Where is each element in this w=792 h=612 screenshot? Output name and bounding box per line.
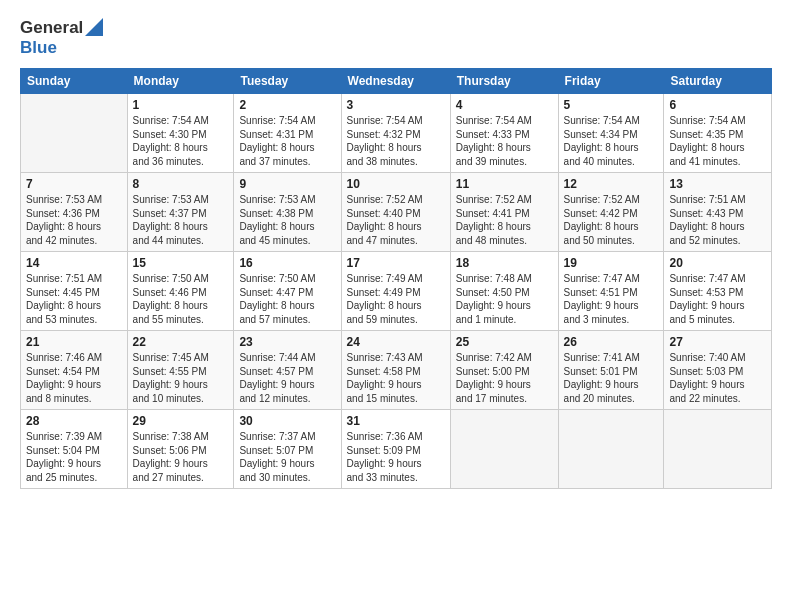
week-row-0: 1Sunrise: 7:54 AM Sunset: 4:30 PM Daylig… [21,94,772,173]
logo-triangle-icon [85,18,103,36]
day-info: Sunrise: 7:48 AM Sunset: 4:50 PM Dayligh… [456,272,553,326]
day-number: 25 [456,335,553,349]
day-number: 27 [669,335,766,349]
calendar-cell: 28Sunrise: 7:39 AM Sunset: 5:04 PM Dayli… [21,410,128,489]
week-row-4: 28Sunrise: 7:39 AM Sunset: 5:04 PM Dayli… [21,410,772,489]
calendar-cell: 19Sunrise: 7:47 AM Sunset: 4:51 PM Dayli… [558,252,664,331]
calendar-cell: 12Sunrise: 7:52 AM Sunset: 4:42 PM Dayli… [558,173,664,252]
day-number: 10 [347,177,445,191]
day-number: 15 [133,256,229,270]
week-row-3: 21Sunrise: 7:46 AM Sunset: 4:54 PM Dayli… [21,331,772,410]
day-number: 3 [347,98,445,112]
weekday-header-row: SundayMondayTuesdayWednesdayThursdayFrid… [21,69,772,94]
logo-general: General [20,18,83,38]
day-number: 20 [669,256,766,270]
calendar-cell: 25Sunrise: 7:42 AM Sunset: 5:00 PM Dayli… [450,331,558,410]
day-info: Sunrise: 7:52 AM Sunset: 4:42 PM Dayligh… [564,193,659,247]
day-info: Sunrise: 7:51 AM Sunset: 4:43 PM Dayligh… [669,193,766,247]
day-number: 17 [347,256,445,270]
calendar-cell: 5Sunrise: 7:54 AM Sunset: 4:34 PM Daylig… [558,94,664,173]
day-number: 19 [564,256,659,270]
day-info: Sunrise: 7:41 AM Sunset: 5:01 PM Dayligh… [564,351,659,405]
calendar-cell: 27Sunrise: 7:40 AM Sunset: 5:03 PM Dayli… [664,331,772,410]
day-info: Sunrise: 7:49 AM Sunset: 4:49 PM Dayligh… [347,272,445,326]
day-info: Sunrise: 7:39 AM Sunset: 5:04 PM Dayligh… [26,430,122,484]
week-row-1: 7Sunrise: 7:53 AM Sunset: 4:36 PM Daylig… [21,173,772,252]
day-info: Sunrise: 7:52 AM Sunset: 4:41 PM Dayligh… [456,193,553,247]
calendar-cell: 2Sunrise: 7:54 AM Sunset: 4:31 PM Daylig… [234,94,341,173]
day-info: Sunrise: 7:50 AM Sunset: 4:47 PM Dayligh… [239,272,335,326]
day-number: 12 [564,177,659,191]
day-number: 30 [239,414,335,428]
calendar-cell: 11Sunrise: 7:52 AM Sunset: 4:41 PM Dayli… [450,173,558,252]
calendar-cell: 18Sunrise: 7:48 AM Sunset: 4:50 PM Dayli… [450,252,558,331]
day-info: Sunrise: 7:54 AM Sunset: 4:32 PM Dayligh… [347,114,445,168]
svg-marker-0 [85,18,103,36]
logo-text-block: General Blue [20,18,103,58]
calendar-cell: 23Sunrise: 7:44 AM Sunset: 4:57 PM Dayli… [234,331,341,410]
calendar-table: SundayMondayTuesdayWednesdayThursdayFrid… [20,68,772,489]
day-info: Sunrise: 7:50 AM Sunset: 4:46 PM Dayligh… [133,272,229,326]
day-info: Sunrise: 7:42 AM Sunset: 5:00 PM Dayligh… [456,351,553,405]
logo: General Blue [20,18,103,58]
page: General Blue SundayMondayTuesdayWednesda… [0,0,792,612]
calendar-cell: 10Sunrise: 7:52 AM Sunset: 4:40 PM Dayli… [341,173,450,252]
day-number: 8 [133,177,229,191]
day-info: Sunrise: 7:47 AM Sunset: 4:53 PM Dayligh… [669,272,766,326]
calendar-cell: 3Sunrise: 7:54 AM Sunset: 4:32 PM Daylig… [341,94,450,173]
weekday-friday: Friday [558,69,664,94]
day-info: Sunrise: 7:54 AM Sunset: 4:31 PM Dayligh… [239,114,335,168]
day-number: 26 [564,335,659,349]
day-info: Sunrise: 7:53 AM Sunset: 4:36 PM Dayligh… [26,193,122,247]
day-info: Sunrise: 7:43 AM Sunset: 4:58 PM Dayligh… [347,351,445,405]
day-number: 11 [456,177,553,191]
day-number: 16 [239,256,335,270]
day-number: 21 [26,335,122,349]
calendar-cell: 1Sunrise: 7:54 AM Sunset: 4:30 PM Daylig… [127,94,234,173]
day-info: Sunrise: 7:45 AM Sunset: 4:55 PM Dayligh… [133,351,229,405]
calendar-cell: 29Sunrise: 7:38 AM Sunset: 5:06 PM Dayli… [127,410,234,489]
calendar-cell: 26Sunrise: 7:41 AM Sunset: 5:01 PM Dayli… [558,331,664,410]
day-number: 31 [347,414,445,428]
calendar-cell: 6Sunrise: 7:54 AM Sunset: 4:35 PM Daylig… [664,94,772,173]
week-row-2: 14Sunrise: 7:51 AM Sunset: 4:45 PM Dayli… [21,252,772,331]
day-number: 24 [347,335,445,349]
day-number: 22 [133,335,229,349]
logo-blue-text: Blue [20,38,57,58]
calendar-cell: 9Sunrise: 7:53 AM Sunset: 4:38 PM Daylig… [234,173,341,252]
day-number: 4 [456,98,553,112]
day-info: Sunrise: 7:54 AM Sunset: 4:34 PM Dayligh… [564,114,659,168]
day-info: Sunrise: 7:54 AM Sunset: 4:30 PM Dayligh… [133,114,229,168]
calendar-cell: 31Sunrise: 7:36 AM Sunset: 5:09 PM Dayli… [341,410,450,489]
day-info: Sunrise: 7:54 AM Sunset: 4:35 PM Dayligh… [669,114,766,168]
calendar-cell: 4Sunrise: 7:54 AM Sunset: 4:33 PM Daylig… [450,94,558,173]
day-info: Sunrise: 7:54 AM Sunset: 4:33 PM Dayligh… [456,114,553,168]
calendar-cell: 7Sunrise: 7:53 AM Sunset: 4:36 PM Daylig… [21,173,128,252]
weekday-thursday: Thursday [450,69,558,94]
day-number: 9 [239,177,335,191]
day-number: 18 [456,256,553,270]
header: General Blue [20,18,772,58]
day-info: Sunrise: 7:38 AM Sunset: 5:06 PM Dayligh… [133,430,229,484]
day-number: 14 [26,256,122,270]
calendar-cell: 13Sunrise: 7:51 AM Sunset: 4:43 PM Dayli… [664,173,772,252]
calendar-cell [21,94,128,173]
calendar-cell: 14Sunrise: 7:51 AM Sunset: 4:45 PM Dayli… [21,252,128,331]
day-number: 29 [133,414,229,428]
day-info: Sunrise: 7:53 AM Sunset: 4:37 PM Dayligh… [133,193,229,247]
calendar-cell: 16Sunrise: 7:50 AM Sunset: 4:47 PM Dayli… [234,252,341,331]
calendar-cell: 15Sunrise: 7:50 AM Sunset: 4:46 PM Dayli… [127,252,234,331]
calendar-cell: 20Sunrise: 7:47 AM Sunset: 4:53 PM Dayli… [664,252,772,331]
calendar-cell [450,410,558,489]
day-number: 5 [564,98,659,112]
day-number: 13 [669,177,766,191]
day-number: 6 [669,98,766,112]
day-number: 2 [239,98,335,112]
day-number: 7 [26,177,122,191]
day-info: Sunrise: 7:44 AM Sunset: 4:57 PM Dayligh… [239,351,335,405]
calendar-cell: 30Sunrise: 7:37 AM Sunset: 5:07 PM Dayli… [234,410,341,489]
day-info: Sunrise: 7:36 AM Sunset: 5:09 PM Dayligh… [347,430,445,484]
calendar-cell: 8Sunrise: 7:53 AM Sunset: 4:37 PM Daylig… [127,173,234,252]
weekday-sunday: Sunday [21,69,128,94]
calendar-cell [664,410,772,489]
